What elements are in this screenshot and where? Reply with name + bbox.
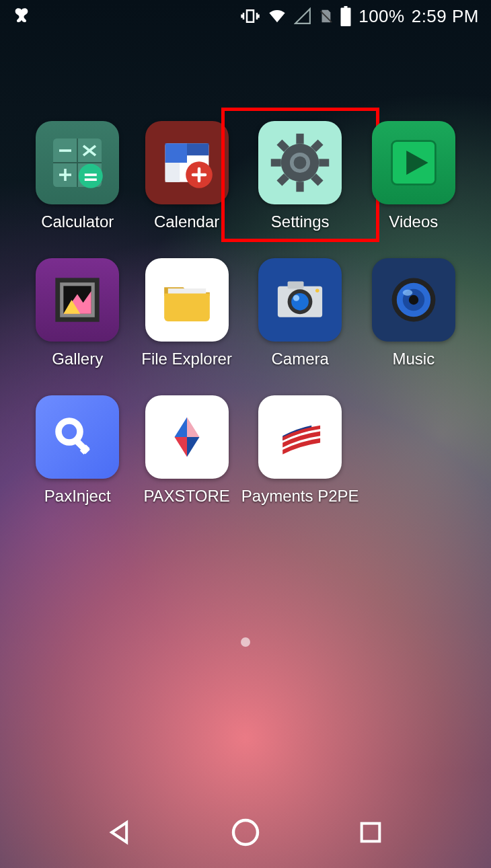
svg-point-44 [293, 295, 299, 301]
calendar-icon [145, 121, 229, 204]
calculator-icon [36, 121, 119, 204]
app-calculator[interactable]: Calculator [23, 121, 132, 231]
settings-icon [258, 121, 342, 204]
svg-marker-57 [187, 437, 199, 457]
svg-rect-12 [85, 173, 97, 176]
svg-point-59 [233, 820, 258, 844]
app-label: Videos [389, 212, 438, 231]
paxstore-icon [145, 395, 229, 479]
svg-rect-16 [187, 143, 209, 155]
app-file-explorer[interactable]: File Explorer [132, 258, 241, 368]
home-button[interactable] [227, 814, 264, 851]
app-calendar[interactable]: Calendar [132, 121, 241, 231]
app-music[interactable]: Music [359, 258, 468, 368]
svg-point-45 [315, 288, 319, 292]
payments-icon [258, 395, 342, 479]
app-camera[interactable]: Camera [241, 258, 359, 368]
svg-marker-55 [174, 418, 186, 437]
svg-rect-60 [362, 824, 380, 842]
camera-icon [258, 258, 342, 342]
svg-point-31 [294, 157, 307, 169]
butterfly-icon [12, 7, 31, 26]
app-gallery[interactable]: Gallery [23, 258, 132, 368]
wifi-icon [267, 7, 287, 26]
app-videos[interactable]: Videos [359, 121, 468, 231]
svg-rect-1 [341, 8, 351, 27]
page-indicator [241, 637, 250, 647]
svg-point-49 [409, 295, 418, 305]
folder-icon [145, 258, 229, 342]
svg-rect-24 [319, 159, 329, 166]
clock: 2:59 PM [412, 6, 479, 27]
battery-percent: 100% [358, 6, 405, 27]
app-settings[interactable]: Settings [241, 121, 359, 231]
navigation-bar [0, 802, 491, 863]
cell-signal-icon [294, 7, 311, 25]
gallery-icon [36, 258, 119, 342]
no-sim-icon [318, 7, 333, 25]
app-paxinject[interactable]: PaxInject [23, 395, 132, 506]
app-payments[interactable]: Payments P2PE [241, 395, 359, 506]
svg-marker-58 [112, 822, 126, 842]
svg-rect-13 [85, 178, 97, 181]
app-paxstore[interactable]: PAXSTORE [132, 395, 241, 506]
videos-icon [372, 121, 455, 204]
app-label: Calendar [154, 212, 219, 231]
back-button[interactable] [102, 814, 139, 851]
app-label: Camera [272, 350, 329, 368]
svg-rect-2 [344, 6, 348, 9]
svg-rect-28 [271, 159, 281, 166]
svg-rect-26 [297, 182, 304, 192]
svg-marker-56 [174, 437, 186, 457]
key-icon [36, 395, 119, 479]
svg-rect-15 [165, 143, 186, 163]
svg-rect-22 [297, 134, 304, 144]
svg-rect-17 [165, 163, 180, 182]
svg-rect-41 [288, 281, 304, 288]
app-label: Gallery [52, 350, 103, 368]
vibrate-icon [240, 6, 260, 26]
app-label: File Explorer [141, 350, 232, 368]
app-label: PaxInject [44, 487, 111, 506]
svg-point-43 [291, 293, 309, 311]
app-label: Calculator [41, 212, 114, 231]
status-bar: 100% 2:59 PM [0, 0, 491, 32]
svg-marker-54 [187, 418, 199, 437]
app-label: Payments P2PE [241, 487, 359, 506]
svg-point-50 [403, 290, 412, 296]
app-label: Music [392, 350, 435, 368]
speaker-icon [372, 258, 455, 342]
recents-button[interactable] [352, 814, 389, 851]
app-grid: Calculator Calendar [0, 121, 491, 506]
svg-rect-6 [59, 149, 71, 152]
app-label: PAXSTORE [143, 487, 229, 506]
app-label: Settings [271, 212, 330, 231]
battery-icon [340, 6, 352, 26]
